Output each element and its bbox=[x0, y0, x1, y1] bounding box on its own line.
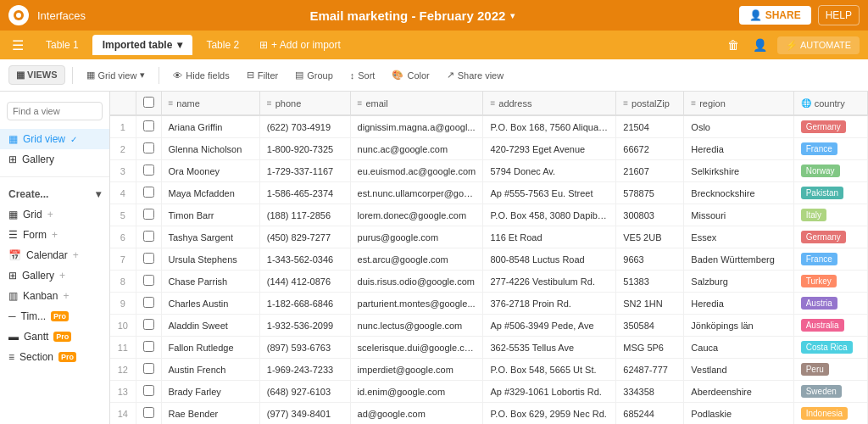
find-view-input[interactable] bbox=[7, 102, 103, 120]
cell-region[interactable]: Brecknockshire bbox=[684, 182, 793, 204]
row-select-checkbox[interactable] bbox=[143, 297, 154, 308]
cell-name[interactable]: Fallon Rutledge bbox=[161, 337, 259, 359]
row-select-checkbox[interactable] bbox=[143, 407, 154, 418]
views-button[interactable]: ▦ VIEWS bbox=[8, 65, 65, 85]
cell-name[interactable]: Maya Mcfadden bbox=[161, 182, 259, 204]
cell-postalzip[interactable]: 21607 bbox=[616, 160, 684, 182]
cell-country[interactable]: Austria bbox=[793, 293, 867, 315]
trash-icon[interactable]: 🗑 bbox=[724, 36, 743, 53]
cell-name[interactable]: Austin French bbox=[161, 359, 259, 381]
sidebar-item-create-timeline[interactable]: ─ Tim... Pro bbox=[0, 306, 109, 326]
cell-email[interactable]: est.nunc.ullamcorper@goo... bbox=[350, 182, 483, 204]
row-select-checkbox[interactable] bbox=[143, 231, 154, 242]
row-checkbox[interactable] bbox=[136, 337, 161, 359]
sidebar-item-grid-view[interactable]: ▦ Grid view ✓ bbox=[0, 129, 109, 149]
cell-postalzip[interactable]: 578875 bbox=[616, 182, 684, 204]
cell-email[interactable]: id.enim@google.com bbox=[350, 381, 483, 403]
cell-phone[interactable]: 1-182-668-6846 bbox=[259, 293, 350, 315]
cell-country[interactable]: France bbox=[793, 248, 867, 271]
cell-address[interactable]: 376-2718 Proin Rd. bbox=[483, 293, 616, 315]
cell-country[interactable]: Australia bbox=[793, 315, 867, 337]
row-select-checkbox[interactable] bbox=[143, 209, 154, 220]
cell-region[interactable]: Essex bbox=[684, 226, 793, 248]
tab-table2[interactable]: Table 2 bbox=[196, 35, 249, 55]
row-checkbox[interactable] bbox=[136, 160, 161, 182]
cell-region[interactable]: Vestland bbox=[684, 359, 793, 381]
row-checkbox[interactable] bbox=[136, 359, 161, 381]
row-checkbox[interactable] bbox=[136, 381, 161, 403]
cell-postalzip[interactable]: MSG 5P6 bbox=[616, 337, 684, 359]
cell-address[interactable]: Ap #506-3949 Pede, Ave bbox=[483, 315, 616, 337]
cell-email[interactable]: scelerisque.dui@google.com bbox=[350, 337, 483, 359]
cell-region[interactable]: Salzburg bbox=[684, 271, 793, 293]
cell-region[interactable]: Jönköpings län bbox=[684, 315, 793, 337]
cell-address[interactable]: P.O. Box 629, 2959 Nec Rd. bbox=[483, 403, 616, 425]
cell-postalzip[interactable]: 9663 bbox=[616, 248, 684, 271]
cell-phone[interactable]: 1-932-536-2099 bbox=[259, 315, 350, 337]
cell-address[interactable]: Ap #555-7563 Eu. Street bbox=[483, 182, 616, 204]
cell-address[interactable]: 116 Et Road bbox=[483, 226, 616, 248]
sidebar-item-create-gantt[interactable]: ▬ Gantt Pro bbox=[0, 326, 109, 347]
cell-address[interactable]: 420-7293 Eget Avenue bbox=[483, 138, 616, 160]
row-checkbox[interactable] bbox=[136, 403, 161, 425]
tab-imported[interactable]: Imported table ▾ bbox=[92, 35, 193, 55]
cell-email[interactable]: lorem.donec@google.com bbox=[350, 204, 483, 226]
logo[interactable] bbox=[8, 5, 29, 25]
sort-button[interactable]: ↕ Sort bbox=[343, 67, 382, 84]
cell-phone[interactable]: 1-800-920-7325 bbox=[259, 138, 350, 160]
cell-region[interactable]: Missouri bbox=[684, 204, 793, 226]
cell-country[interactable]: France bbox=[793, 138, 867, 160]
cell-postalzip[interactable]: VE5 2UB bbox=[616, 226, 684, 248]
cell-phone[interactable]: (450) 829-7277 bbox=[259, 226, 350, 248]
cell-phone[interactable]: (622) 703-4919 bbox=[259, 115, 350, 138]
cell-email[interactable]: duis.risus.odio@google.com bbox=[350, 271, 483, 293]
sidebar-item-create-gallery[interactable]: ⊞ Gallery + bbox=[0, 265, 109, 286]
cell-postalzip[interactable]: 66672 bbox=[616, 138, 684, 160]
cell-address[interactable]: P.O. Box 458, 3080 Dapibus... bbox=[483, 204, 616, 226]
cell-name[interactable]: Aladdin Sweet bbox=[161, 315, 259, 337]
cell-phone[interactable]: (188) 117-2856 bbox=[259, 204, 350, 226]
cell-postalzip[interactable]: 62487-777 bbox=[616, 359, 684, 381]
cell-postalzip[interactable]: SN2 1HN bbox=[616, 293, 684, 315]
sidebar-item-create-form[interactable]: ☰ Form + bbox=[0, 225, 109, 245]
cell-email[interactable]: ad@google.com bbox=[350, 403, 483, 425]
cell-address[interactable]: Ap #329-1061 Lobortis Rd. bbox=[483, 381, 616, 403]
cell-name[interactable]: Ora Mooney bbox=[161, 160, 259, 182]
share-view-button[interactable]: ↗ Share view bbox=[440, 66, 510, 84]
cell-name[interactable]: Rae Bender bbox=[161, 403, 259, 425]
tab-table1[interactable]: Table 1 bbox=[36, 35, 89, 55]
cell-postalzip[interactable]: 685244 bbox=[616, 403, 684, 425]
cell-email[interactable]: imperdiet@google.com bbox=[350, 359, 483, 381]
cell-postalzip[interactable]: 51383 bbox=[616, 271, 684, 293]
grid-view-button[interactable]: ▦ Grid view ▾ bbox=[80, 66, 153, 84]
cell-address[interactable]: 362-5535 Tellus Ave bbox=[483, 337, 616, 359]
row-select-checkbox[interactable] bbox=[143, 275, 154, 286]
postalzip-column-header[interactable]: ≡postalZip bbox=[616, 92, 684, 115]
cell-country[interactable]: Turkey bbox=[793, 271, 867, 293]
cell-country[interactable]: Germany bbox=[793, 226, 867, 248]
row-checkbox[interactable] bbox=[136, 293, 161, 315]
help-button[interactable]: HELP bbox=[818, 5, 860, 25]
share-button[interactable]: 👤 SHARE bbox=[739, 6, 811, 25]
cell-name[interactable]: Charles Austin bbox=[161, 293, 259, 315]
checkbox-header[interactable] bbox=[136, 92, 161, 115]
add-import-button[interactable]: ⊞ + Add or import bbox=[253, 35, 348, 55]
cell-name[interactable]: Brady Farley bbox=[161, 381, 259, 403]
row-select-checkbox[interactable] bbox=[143, 120, 154, 131]
cell-region[interactable]: Oslo bbox=[684, 115, 793, 138]
cell-country[interactable]: Pakistan bbox=[793, 182, 867, 204]
cell-phone[interactable]: 1-969-243-7233 bbox=[259, 359, 350, 381]
cell-country[interactable]: Costa Rica bbox=[793, 337, 867, 359]
cell-name[interactable]: Tashya Sargent bbox=[161, 226, 259, 248]
cell-email[interactable]: eu.euismod.ac@google.com bbox=[350, 160, 483, 182]
user-icon[interactable]: 👤 bbox=[749, 36, 771, 53]
phone-column-header[interactable]: ≡phone bbox=[259, 92, 350, 115]
color-button[interactable]: 🎨 Color bbox=[385, 66, 436, 84]
cell-region[interactable]: Aberdeenshire bbox=[684, 381, 793, 403]
cell-email[interactable]: parturient.montes@google... bbox=[350, 293, 483, 315]
email-column-header[interactable]: ≡email bbox=[350, 92, 483, 115]
row-select-checkbox[interactable] bbox=[143, 363, 154, 374]
cell-country[interactable]: Indonesia bbox=[793, 403, 867, 425]
cell-region[interactable]: Heredia bbox=[684, 138, 793, 160]
row-select-checkbox[interactable] bbox=[143, 165, 154, 176]
